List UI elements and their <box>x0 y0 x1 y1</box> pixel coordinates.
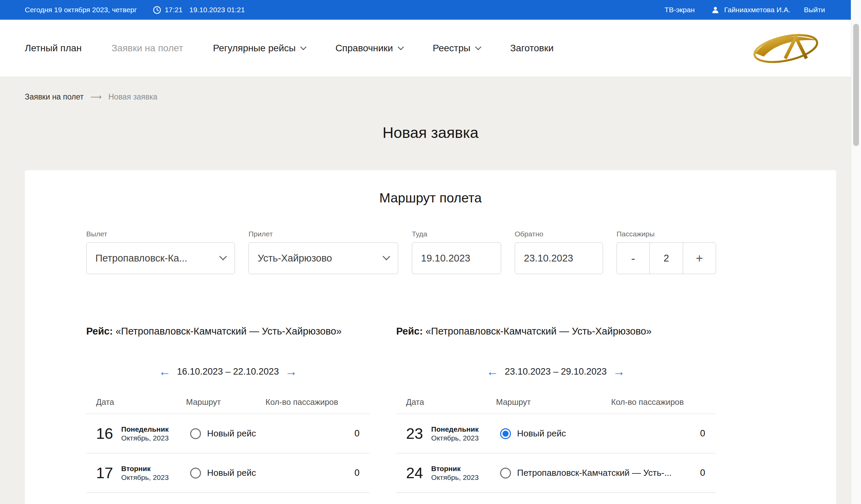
nav-item-flight-plan[interactable]: Летный план <box>25 43 81 54</box>
outbound-date-label: Туда <box>412 230 501 238</box>
logout-link[interactable]: Выйти <box>804 6 825 14</box>
topbar-right: ТВ-экран Гайниахметова И.А. Выйти <box>665 5 825 14</box>
prev-week-arrow[interactable]: ← <box>159 365 171 378</box>
weekday-label: Понедельник <box>121 425 169 434</box>
nav-item-registries[interactable]: Реестры <box>433 43 480 54</box>
date-details: Вторник Октябрь, 2023 <box>431 464 479 481</box>
month-year-label: Октябрь, 2023 <box>121 474 169 481</box>
route-cell: Новый рейс <box>186 428 332 439</box>
route-cell: Петропавловск-Камчатский — Усть-... <box>496 468 678 478</box>
passenger-count: 0 <box>332 468 370 478</box>
nav-label: Летный план <box>25 43 81 54</box>
flight-route-name: «Петропавловск-Камчатский — Усть-Хайрюзо… <box>115 326 342 337</box>
route-cell: Новый рейс <box>496 428 678 439</box>
table-header: Дата Маршрут Кол-во пассажиров <box>86 397 370 414</box>
passenger-count: 0 <box>332 428 370 439</box>
scrollbar-track[interactable] <box>851 0 861 504</box>
day-number: 17 <box>96 464 113 482</box>
col-header-route: Маршрут <box>496 397 579 407</box>
day-number: 23 <box>406 425 423 442</box>
scrollbar-thumb[interactable] <box>853 24 859 146</box>
day-number: 16 <box>96 425 113 442</box>
topbar: Сегодня 19 октября 2023, четверг 17:21 1… <box>0 0 861 20</box>
chevron-down-icon <box>300 44 306 50</box>
month-year-label: Октябрь, 2023 <box>431 434 479 442</box>
page-title: Новая заявка <box>0 124 861 141</box>
day-number: 24 <box>406 464 423 482</box>
passengers-increase-button[interactable]: + <box>683 243 716 274</box>
date-cell: 24 Вторник Октябрь, 2023 <box>406 464 496 482</box>
main-nav: Летный план Заявки на полет Регулярные р… <box>0 20 861 77</box>
current-time: 17:21 <box>165 6 183 14</box>
weekday-label: Понедельник <box>431 425 479 434</box>
flight-radio[interactable] <box>500 468 511 478</box>
week-navigation: ← 16.10.2023 – 22.10.2023 → <box>86 365 370 378</box>
return-date-input[interactable] <box>515 243 603 274</box>
week-navigation: ← 23.10.2023 – 29.10.2023 → <box>396 365 715 378</box>
date-details: Понедельник Октябрь, 2023 <box>431 425 479 442</box>
tv-screen-link[interactable]: ТВ-экран <box>665 6 695 14</box>
breadcrumb-current: Новая заявка <box>108 92 157 101</box>
breadcrumb-parent-link[interactable]: Заявки на полет <box>25 92 83 101</box>
arrival-value: Усть-Хайрюзово <box>258 253 332 264</box>
next-week-arrow[interactable]: → <box>613 365 625 378</box>
week-range: 16.10.2023 – 22.10.2023 <box>177 366 279 377</box>
passenger-count: 0 <box>678 468 715 478</box>
user-menu[interactable]: Гайниахметова И.А. <box>711 5 790 14</box>
flight-route-card: Маршрут полета Вылет Петропавловск-Ка...… <box>25 170 836 504</box>
next-week-arrow[interactable]: → <box>285 365 297 378</box>
departure-label: Вылет <box>86 230 235 238</box>
week-range: 23.10.2023 – 29.10.2023 <box>505 366 607 377</box>
departure-value: Петропавловск-Ка... <box>95 253 188 264</box>
nav-item-flight-requests[interactable]: Заявки на полет <box>111 43 183 54</box>
flight-radio[interactable] <box>190 468 201 478</box>
outbound-date-input[interactable] <box>412 243 501 274</box>
date-details: Вторник Октябрь, 2023 <box>121 464 169 481</box>
passengers-stepper: - 2 + <box>617 243 716 274</box>
flight-title: Рейс: «Петропавловск-Камчатский — Усть-Х… <box>86 326 370 337</box>
topbar-left: Сегодня 19 октября 2023, четверг 17:21 1… <box>25 5 245 15</box>
month-year-label: Октябрь, 2023 <box>431 474 479 481</box>
chevron-down-icon <box>383 253 391 260</box>
passengers-label: Пассажиры <box>617 230 716 238</box>
flight-radio[interactable] <box>190 428 201 439</box>
nav-item-regular-flights[interactable]: Регулярные рейсы <box>213 43 305 54</box>
return-date-label: Обратно <box>515 230 603 238</box>
clock-icon <box>152 5 162 15</box>
outbound-week-panel: Рейс: «Петропавловск-Камчатский — Усть-Х… <box>86 326 370 493</box>
chevron-down-icon <box>219 253 227 260</box>
date-cell: 23 Понедельник Октябрь, 2023 <box>406 425 496 442</box>
chevron-down-icon <box>475 44 481 50</box>
nav-item-drafts[interactable]: Заготовки <box>510 43 554 54</box>
arrival-select[interactable]: Усть-Хайрюзово <box>248 243 398 274</box>
return-week-panel: Рейс: «Петропавловск-Камчатский — Усть-Х… <box>396 326 715 493</box>
date-details: Понедельник Октябрь, 2023 <box>121 425 169 442</box>
weekday-label: Вторник <box>431 464 479 473</box>
passengers-value: 2 <box>650 243 683 274</box>
route-cell: Новый рейс <box>186 468 332 478</box>
flight-radio[interactable] <box>500 428 511 439</box>
nav-label: Регулярные рейсы <box>213 43 296 54</box>
weekday-label: Вторник <box>121 464 169 473</box>
col-header-passengers: Кол-во пассажиров <box>579 397 715 407</box>
col-header-date: Дата <box>406 397 496 407</box>
flight-title: Рейс: «Петропавловск-Камчатский — Усть-Х… <box>396 326 715 337</box>
user-name: Гайниахметова И.А. <box>724 6 790 14</box>
company-logo <box>746 29 826 67</box>
section-title: Маршрут полета <box>25 191 836 205</box>
table-row: 16 Понедельник Октябрь, 2023 Новый рейс … <box>86 414 370 453</box>
flight-label: Рейс: <box>396 326 423 337</box>
passengers-decrease-button[interactable]: - <box>617 243 650 274</box>
date-cell: 17 Вторник Октябрь, 2023 <box>96 464 186 482</box>
departure-select[interactable]: Петропавловск-Ка... <box>86 243 235 274</box>
user-icon <box>711 5 720 14</box>
route-form: Вылет Петропавловск-Ка... Прилет Усть-Ха… <box>25 230 836 274</box>
table-row: 24 Вторник Октябрь, 2023 Петропавловск-К… <box>396 453 715 493</box>
table-row: 17 Вторник Октябрь, 2023 Новый рейс 0 <box>86 453 370 493</box>
today-date-text: Сегодня 19 октября 2023, четверг <box>25 6 137 14</box>
nav-item-directories[interactable]: Справочники <box>336 43 403 54</box>
flight-route-name: «Петропавловск-Камчатский — Усть-Хайрюзо… <box>425 326 652 337</box>
current-datetime: 19.10.2023 01:21 <box>189 6 245 14</box>
prev-week-arrow[interactable]: ← <box>487 365 499 378</box>
col-header-route: Маршрут <box>186 397 234 407</box>
